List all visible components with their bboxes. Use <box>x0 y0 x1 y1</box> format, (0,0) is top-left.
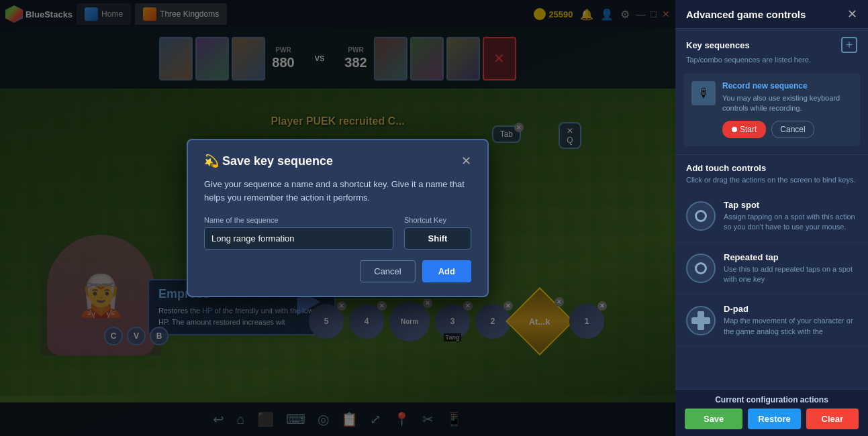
repeated-tap-desc: Use this to add repeated taps on a spot … <box>724 264 857 285</box>
add-touch-controls-section: Add touch controls Click or drag the act… <box>675 155 868 347</box>
dpad-desc: Map the movement of your character or th… <box>724 316 857 337</box>
cancel-button[interactable]: Cancel <box>360 260 415 282</box>
dpad-vertical <box>697 311 704 330</box>
sequence-name-input[interactable] <box>204 227 393 250</box>
footer-section-title: Current configuration actions <box>685 395 859 404</box>
tap-spot-item[interactable]: Tap spot Assign tapping on a spot with t… <box>675 190 868 243</box>
dpad-name: D-pad <box>724 304 857 314</box>
clear-button[interactable]: Clear <box>806 408 859 429</box>
add-button[interactable]: Add <box>422 260 471 282</box>
panel-title: Advanced game controls <box>686 9 806 20</box>
repeated-tap-item[interactable]: Repeated tap Use this to add repeated ta… <box>675 243 868 295</box>
start-button[interactable]: Start <box>722 121 766 138</box>
restore-button[interactable]: Restore <box>748 408 800 429</box>
dialog-fields: Name of the sequence Shortcut Key <box>204 216 471 250</box>
right-panel: Advanced game controls ✕ Key sequences +… <box>675 0 868 436</box>
tap-spot-name: Tap spot <box>724 200 857 210</box>
repeated-tap-name: Repeated tap <box>724 252 857 262</box>
repeated-tap-text: Repeated tap Use this to add repeated ta… <box>724 252 857 285</box>
shortcut-key-input[interactable] <box>404 227 471 250</box>
game-area: BlueStacks Home Three Kingdoms 25590 🔔 👤… <box>0 0 675 436</box>
add-touch-subtitle: Click or drag the actions on the screen … <box>675 176 868 190</box>
panel-header: Advanced game controls ✕ <box>675 0 868 29</box>
dpad-text: D-pad Map the movement of your character… <box>724 304 857 337</box>
record-desc: You may also use existing keyboard contr… <box>722 93 852 114</box>
repeated-tap-dot-icon <box>695 262 707 274</box>
dialog-close-button[interactable]: ✕ <box>461 154 471 168</box>
panel-content: Key sequences + Tap/combo sequences are … <box>675 29 868 389</box>
add-sequence-button[interactable]: + <box>841 37 857 53</box>
key-sequences-section: Key sequences + Tap/combo sequences are … <box>675 29 868 146</box>
tap-spot-desc: Assign tapping on a spot with this actio… <box>724 212 857 233</box>
name-label: Name of the sequence <box>204 216 393 224</box>
footer-buttons: Save Restore Clear <box>685 408 859 429</box>
tap-dot-icon <box>695 210 707 222</box>
record-cancel-button[interactable]: Cancel <box>771 121 814 138</box>
record-content: Record new sequence You may also use exi… <box>722 81 852 138</box>
dialog-title: 💫 Save key sequence <box>204 154 333 168</box>
shortcut-field: Shortcut Key <box>404 216 471 250</box>
dpad-icon <box>686 306 716 335</box>
tap-spot-text: Tap spot Assign tapping on a spot with t… <box>724 200 857 233</box>
key-sequences-title: Key sequences <box>686 40 750 50</box>
tap-spot-icon <box>686 201 716 231</box>
dialog-actions: Cancel Add <box>204 260 471 282</box>
shortcut-label: Shortcut Key <box>404 216 471 224</box>
name-field: Name of the sequence <box>204 216 393 250</box>
start-dot-icon <box>732 127 737 132</box>
record-actions: Start Cancel <box>722 121 852 138</box>
dpad-item[interactable]: D-pad Map the movement of your character… <box>675 294 868 347</box>
record-icon: 🎙 <box>691 81 716 105</box>
add-touch-title: Add touch controls <box>675 155 868 176</box>
repeated-tap-icon <box>686 254 716 283</box>
dialog-header: 💫 Save key sequence ✕ <box>204 154 471 168</box>
dialog-description: Give your sequence a name and a shortcut… <box>204 178 471 204</box>
record-title: Record new sequence <box>722 81 852 91</box>
record-sequence-card: 🎙 Record new sequence You may also use e… <box>683 73 860 146</box>
panel-close-button[interactable]: ✕ <box>847 7 857 21</box>
save-key-sequence-dialog: 💫 Save key sequence ✕ Give your sequence… <box>187 139 489 297</box>
dialog-overlay: 💫 Save key sequence ✕ Give your sequence… <box>0 0 675 436</box>
panel-footer: Current configuration actions Save Resto… <box>675 389 868 436</box>
key-sequences-subtitle: Tap/combo sequences are listed here. <box>675 56 868 70</box>
dpad-cross-icon <box>691 311 710 330</box>
save-button[interactable]: Save <box>685 408 742 429</box>
